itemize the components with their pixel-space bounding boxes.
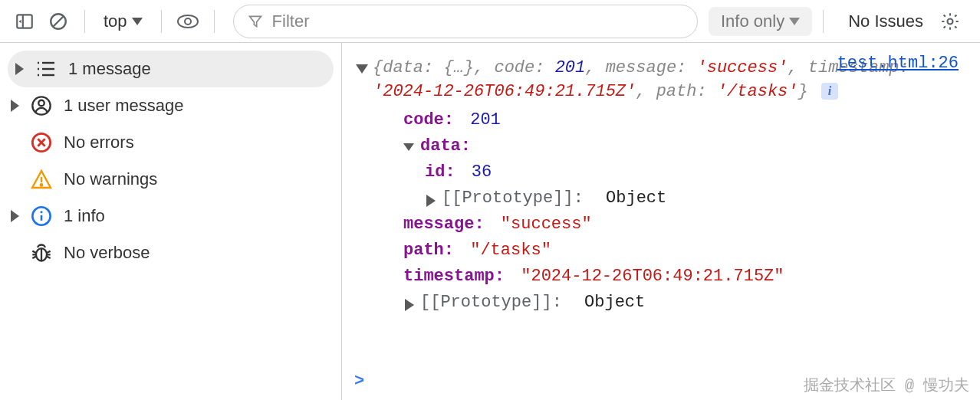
- console-sidebar: 1 message 1 user message No errors No wa…: [0, 43, 342, 400]
- bug-icon: [30, 241, 53, 264]
- console-prompt-icon[interactable]: >: [354, 372, 364, 391]
- console-output: test.html:26 {data: {…}, code: 201, mess…: [342, 43, 980, 400]
- svg-line-28: [32, 251, 36, 253]
- expand-icon: [15, 63, 24, 75]
- log-levels-selector[interactable]: Info only: [709, 7, 812, 36]
- error-icon: [30, 131, 53, 154]
- issues-button[interactable]: No Issues: [834, 11, 937, 31]
- toolbar-separator: [161, 10, 162, 33]
- info-badge-icon[interactable]: i: [821, 83, 838, 100]
- toolbar-separator: [214, 10, 215, 33]
- svg-marker-7: [789, 18, 800, 25]
- clear-console-icon[interactable]: [43, 6, 74, 37]
- sidebar-item-info[interactable]: 1 info: [0, 198, 341, 234]
- info-icon: [30, 205, 53, 228]
- svg-line-3: [54, 16, 64, 26]
- svg-line-30: [32, 257, 36, 258]
- user-icon: [30, 94, 53, 117]
- filter-box[interactable]: [233, 5, 698, 38]
- expand-icon: [11, 100, 19, 112]
- tree-row-prototype[interactable]: [[Prototype]]: Object: [382, 290, 966, 316]
- devtools-toolbar: top Info only No Issues: [0, 0, 980, 43]
- warning-icon: [30, 168, 53, 191]
- chevron-down-icon: [789, 18, 800, 25]
- sidebar-item-verbose[interactable]: No verbose: [0, 234, 341, 271]
- sidebar-item-label: 1 user message: [64, 96, 184, 116]
- toolbar-separator: [823, 10, 824, 33]
- expand-icon[interactable]: [426, 195, 436, 207]
- sidebar-item-messages[interactable]: 1 message: [8, 51, 334, 87]
- sidebar-item-label: No errors: [64, 133, 134, 152]
- tree-row[interactable]: code: 201: [382, 107, 966, 133]
- sidebar-item-label: No warnings: [64, 169, 157, 189]
- tree-row[interactable]: id: 36: [382, 159, 966, 185]
- filter-input[interactable]: [272, 11, 683, 31]
- watermark: 掘金技术社区 @ 慢功夫: [804, 375, 969, 395]
- tree-row[interactable]: timestamp: "2024-12-26T06:49:21.715Z": [382, 264, 966, 290]
- expand-icon: [11, 210, 19, 222]
- context-label: top: [104, 11, 127, 31]
- svg-point-8: [948, 18, 953, 24]
- collapse-icon[interactable]: [356, 64, 368, 74]
- sidebar-item-warnings[interactable]: No warnings: [0, 161, 341, 198]
- tree-row-prototype[interactable]: [[Prototype]]: Object: [382, 185, 966, 211]
- toggle-sidebar-icon[interactable]: [9, 6, 40, 37]
- tree-row-data[interactable]: data:: [382, 133, 966, 159]
- sidebar-item-user-messages[interactable]: 1 user message: [0, 87, 341, 124]
- sidebar-item-errors[interactable]: No errors: [0, 124, 341, 161]
- live-expression-icon[interactable]: [173, 6, 203, 37]
- svg-line-29: [47, 251, 51, 253]
- sidebar-item-label: No verbose: [64, 243, 150, 263]
- object-summary: {data: {…}, code: 201, message: 'success…: [373, 57, 909, 104]
- chevron-down-icon: [132, 18, 143, 25]
- settings-icon[interactable]: [940, 11, 971, 31]
- svg-point-25: [40, 211, 42, 213]
- source-link[interactable]: test.html:26: [837, 54, 959, 73]
- expand-icon[interactable]: [405, 299, 414, 311]
- sidebar-item-label: 1 message: [68, 59, 151, 79]
- tree-row[interactable]: message: "success": [382, 211, 966, 238]
- svg-point-16: [38, 100, 44, 106]
- svg-point-5: [185, 18, 191, 25]
- svg-line-31: [47, 257, 51, 258]
- collapse-icon[interactable]: [403, 143, 414, 151]
- log-levels-label: Info only: [721, 11, 784, 31]
- context-selector[interactable]: top: [96, 8, 150, 34]
- toolbar-separator: [84, 10, 85, 33]
- svg-marker-4: [132, 18, 143, 25]
- object-tree: code: 201 data: id: 36 [[Prototype]]: Ob…: [382, 107, 966, 316]
- svg-point-22: [41, 184, 42, 185]
- list-icon: [35, 57, 58, 80]
- console-main: 1 message 1 user message No errors No wa…: [0, 43, 980, 400]
- svg-marker-6: [249, 16, 261, 26]
- filter-icon: [248, 14, 263, 29]
- sidebar-item-label: 1 info: [64, 206, 105, 226]
- tree-row[interactable]: path: "/tasks": [382, 238, 966, 264]
